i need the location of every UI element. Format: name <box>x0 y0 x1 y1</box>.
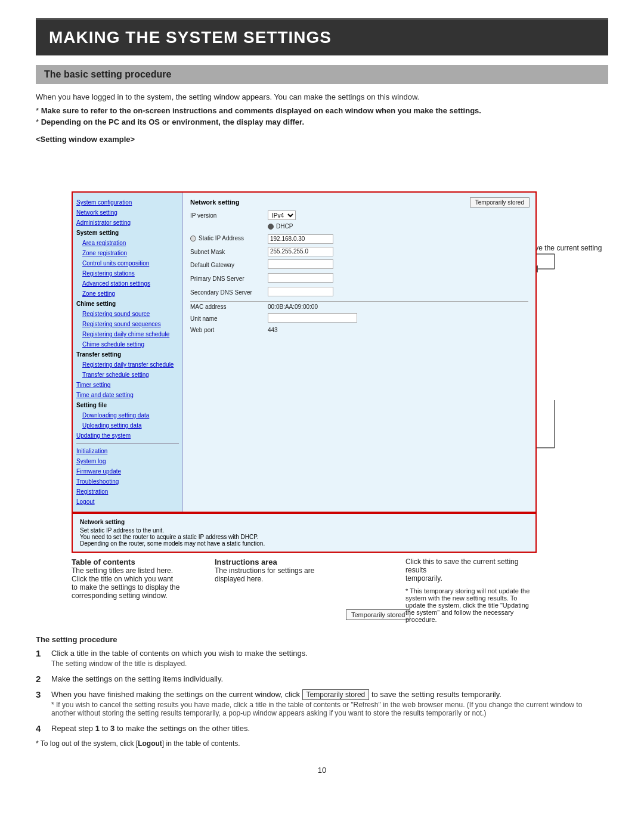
gateway-control <box>268 259 528 270</box>
main-heading: MAKING THE SYSTEM SETTINGS <box>36 20 608 55</box>
static-ip-label-text: Static IP Address <box>199 235 244 241</box>
step-2-num: 2 <box>36 674 49 684</box>
sidebar-timer-setting[interactable]: Timer setting <box>76 380 179 390</box>
sidebar-admin-setting[interactable]: Administrator setting <box>76 218 179 228</box>
subnet-row: Subnet Mask 255.255.255.0 <box>190 247 528 256</box>
sidebar-setting-file-title: Setting file <box>76 400 179 410</box>
sidebar-reg-sound[interactable]: Registering sound source <box>76 309 179 319</box>
sidebar-system-log[interactable]: System log <box>76 456 179 466</box>
step-3: 3 When you have finished making the sett… <box>36 690 608 719</box>
sidebar-updating[interactable]: Updating the system <box>76 431 179 441</box>
step-3-text: When you have finished making the settin… <box>51 690 608 699</box>
sidebar-init[interactable]: Initialization <box>76 446 179 456</box>
web-port-row: Web port 443 <box>190 327 528 333</box>
primary-dns-label: Primary DNS Server <box>190 275 268 282</box>
step-1-content: Click a title in the table of contents o… <box>51 649 608 670</box>
dhcp-label: DHCP <box>276 223 293 230</box>
subnet-control: 255.255.255.0 <box>268 247 528 256</box>
sidebar-troubleshooting[interactable]: Troubleshooting <box>76 476 179 487</box>
subnet-input[interactable]: 255.255.255.0 <box>268 247 333 256</box>
sidebar-time-date[interactable]: Time and date setting <box>76 390 179 400</box>
note1-bold: Make sure to refer to the on-screen inst… <box>41 106 481 115</box>
mac-label: MAC address <box>190 304 268 310</box>
ip-version-select[interactable]: IPv4 <box>268 210 296 220</box>
static-ip-input[interactable]: 192.168.0.30 <box>268 234 333 244</box>
primary-dns-row: Primary DNS Server <box>190 273 528 284</box>
toc-desc1: The setting titles are listed here. <box>72 566 191 575</box>
secondary-dns-row: Secondary DNS Server <box>190 287 528 298</box>
sidebar-firmware[interactable]: Firmware update <box>76 466 179 476</box>
instructions-line2: You need to set the router to acquire a … <box>80 534 528 540</box>
dhcp-control: DHCP <box>268 223 528 231</box>
procedure-heading: The setting procedure <box>36 635 608 644</box>
footer-note: * To log out of the system, click [Logou… <box>36 739 608 748</box>
sidebar-adv-station[interactable]: Advanced station settings <box>76 278 179 289</box>
form-divider <box>190 301 528 302</box>
instructions-line1: Set static IP address to the unit. <box>80 527 528 534</box>
sidebar-dl-setting[interactable]: Downloading setting data <box>76 410 179 420</box>
note1: * Make sure to refer to the on-screen in… <box>36 106 608 115</box>
sidebar-area-reg[interactable]: Area registration <box>76 238 179 248</box>
step-1-text: Click a title in the table of contents o… <box>51 649 608 658</box>
temp-right-desc1: Click this to save the current setting r… <box>405 558 537 574</box>
gateway-input[interactable] <box>268 259 333 269</box>
step-3-sub: * If you wish to cancel the setting resu… <box>51 701 608 717</box>
sidebar-ul-setting[interactable]: Uploading setting data <box>76 420 179 431</box>
temp-right-callout: Click this to save the current setting r… <box>405 558 537 623</box>
instr-callout: Instructions area The instructions for s… <box>215 558 334 623</box>
page-number: 10 <box>36 766 608 775</box>
bottom-callout-row: Table of contents The setting titles are… <box>72 558 537 623</box>
web-port-value: 443 <box>268 327 528 333</box>
sidebar-chime-schedule[interactable]: Chime schedule setting <box>76 339 179 349</box>
temp-right-desc2: temporarily. <box>405 574 537 583</box>
sidebar-system-config[interactable]: System configuration <box>76 197 179 208</box>
sidebar-registration[interactable]: Registration <box>76 487 179 497</box>
step-4-text: Repeat step 1 to 3 to make the settings … <box>51 724 608 733</box>
main-panel: Temporarily stored Network setting IP ve… <box>183 193 535 512</box>
sidebar-divider <box>76 443 179 444</box>
sidebar-chime-title: Chime setting <box>76 299 179 309</box>
secondary-dns-input[interactable] <box>268 287 333 296</box>
mac-row: MAC address 00:0B:AA:09:00:00 <box>190 304 528 310</box>
sidebar-network-setting[interactable]: Network setting <box>76 208 179 218</box>
instructions-line3: Depending on the router, some models may… <box>80 540 528 547</box>
sidebar-reg-daily-transfer[interactable]: Registering daily transfer schedule <box>76 360 179 370</box>
sidebar-control-units[interactable]: Control units composition <box>76 258 179 268</box>
step-4-num: 4 <box>36 723 49 733</box>
step-3-num: 3 <box>36 689 49 699</box>
step-3-btn[interactable]: Temporarily stored <box>302 689 370 700</box>
unit-name-input[interactable] <box>268 313 357 323</box>
step-4: 4 Repeat step 1 to 3 to make the setting… <box>36 724 608 735</box>
step-4-bold3: 3 <box>110 724 114 733</box>
unit-name-label: Unit name <box>190 315 268 322</box>
sidebar-logout[interactable]: Logout <box>76 497 179 507</box>
step-2-text: Make the settings on the setting items i… <box>51 674 608 683</box>
sidebar-transfer-schedule[interactable]: Transfer schedule setting <box>76 370 179 380</box>
gateway-row: Default Gateway <box>190 259 528 270</box>
browser-window: System configuration Network setting Adm… <box>72 191 537 513</box>
sidebar-zone-setting[interactable]: Zone setting <box>76 289 179 299</box>
unit-name-control <box>268 313 528 324</box>
footer-bold: Logout <box>138 739 162 748</box>
sidebar-reg-sound-seq[interactable]: Registering sound sequences <box>76 319 179 329</box>
sub-heading: <Setting window example> <box>36 135 608 144</box>
intro-text: When you have logged in to the system, t… <box>36 92 608 101</box>
note2-bold: Depending on the PC and its OS or enviro… <box>41 117 304 126</box>
temp-stored-btn-top[interactable]: Temporarily stored <box>470 197 530 208</box>
temp-right-note: * This temporary storing will not update… <box>405 587 537 623</box>
sidebar-zone-reg[interactable]: Zone registration <box>76 248 179 258</box>
step-2: 2 Make the settings on the setting items… <box>36 674 608 685</box>
diagram-wrapper: Setting contents display area The settin… <box>36 191 608 623</box>
toc-title: Table of contents <box>72 558 191 566</box>
sidebar-reg-stations[interactable]: Registering stations <box>76 268 179 278</box>
dhcp-radio[interactable] <box>268 224 274 230</box>
sidebar-reg-daily-chime[interactable]: Registering daily chime schedule <box>76 329 179 339</box>
static-ip-radio[interactable] <box>190 236 196 241</box>
primary-dns-input[interactable] <box>268 273 333 283</box>
sidebar-system-setting-title: System setting <box>76 228 179 238</box>
instr-desc2: displayed here. <box>215 575 334 583</box>
toc-desc3: to make the settings to display the <box>72 583 191 592</box>
step-2-content: Make the settings on the setting items i… <box>51 674 608 685</box>
toc-desc2: Click the title on which you want <box>72 575 191 583</box>
sidebar-panel: System configuration Network setting Adm… <box>73 193 183 512</box>
